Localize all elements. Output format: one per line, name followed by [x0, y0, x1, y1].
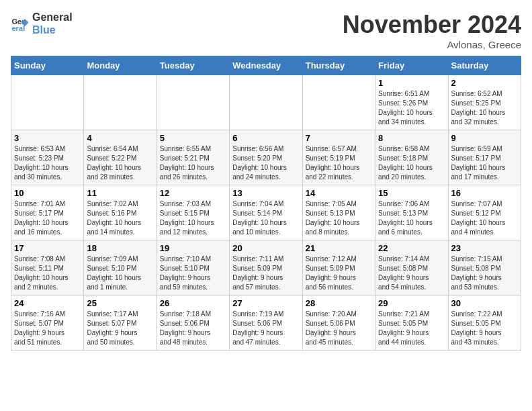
logo-icon: Gen eral [11, 14, 30, 33]
day-cell: 16Sunrise: 7:07 AM Sunset: 5:12 PM Dayli… [448, 185, 521, 240]
day-info: Sunrise: 6:53 AM Sunset: 5:23 PM Dayligh… [14, 144, 81, 182]
day-number: 18 [87, 243, 153, 253]
day-cell: 22Sunrise: 7:14 AM Sunset: 5:08 PM Dayli… [375, 240, 448, 295]
column-header-thursday: Thursday [302, 56, 375, 75]
day-info: Sunrise: 7:22 AM Sunset: 5:05 PM Dayligh… [451, 310, 518, 347]
day-number: 11 [87, 188, 153, 198]
day-cell: 28Sunrise: 7:20 AM Sunset: 5:06 PM Dayli… [302, 295, 375, 351]
day-number: 3 [14, 133, 81, 143]
day-cell: 27Sunrise: 7:19 AM Sunset: 5:06 PM Dayli… [230, 295, 302, 351]
day-number: 6 [232, 133, 299, 143]
day-number: 26 [160, 298, 226, 308]
month-title: November 2024 [343, 11, 521, 39]
day-cell: 19Sunrise: 7:10 AM Sunset: 5:10 PM Dayli… [157, 240, 229, 295]
day-number: 4 [87, 133, 153, 143]
title-area: November 2024 Avlonas, Greece [343, 11, 521, 50]
day-number: 27 [232, 298, 299, 308]
week-row-2: 3Sunrise: 6:53 AM Sunset: 5:23 PM Daylig… [11, 130, 521, 185]
week-row-5: 24Sunrise: 7:16 AM Sunset: 5:07 PM Dayli… [11, 295, 521, 351]
day-number: 12 [160, 188, 226, 198]
day-info: Sunrise: 6:51 AM Sunset: 5:26 PM Dayligh… [378, 89, 445, 127]
day-number: 25 [87, 298, 153, 308]
day-cell: 23Sunrise: 7:15 AM Sunset: 5:08 PM Dayli… [448, 240, 521, 295]
day-number: 22 [378, 243, 445, 253]
day-number: 2 [451, 78, 518, 88]
day-number: 20 [232, 243, 299, 253]
day-cell: 5Sunrise: 6:55 AM Sunset: 5:21 PM Daylig… [157, 130, 229, 185]
day-cell: 21Sunrise: 7:12 AM Sunset: 5:09 PM Dayli… [302, 240, 375, 295]
day-number: 29 [378, 298, 445, 308]
day-number: 16 [451, 188, 518, 198]
day-number: 1 [378, 78, 445, 88]
day-cell: 4Sunrise: 6:54 AM Sunset: 5:22 PM Daylig… [84, 130, 157, 185]
day-number: 15 [378, 188, 445, 198]
day-cell: 10Sunrise: 7:01 AM Sunset: 5:17 PM Dayli… [11, 185, 84, 240]
day-number: 7 [306, 133, 372, 143]
day-info: Sunrise: 7:16 AM Sunset: 5:07 PM Dayligh… [14, 310, 81, 347]
day-info: Sunrise: 7:20 AM Sunset: 5:06 PM Dayligh… [306, 310, 372, 347]
day-number: 14 [306, 188, 372, 198]
day-cell [84, 75, 157, 130]
day-info: Sunrise: 7:09 AM Sunset: 5:10 PM Dayligh… [87, 255, 153, 292]
calendar-table: SundayMondayTuesdayWednesdayThursdayFrid… [11, 56, 521, 351]
day-number: 23 [451, 243, 518, 253]
day-cell [157, 75, 229, 130]
day-info: Sunrise: 7:21 AM Sunset: 5:05 PM Dayligh… [378, 310, 445, 347]
day-cell [302, 75, 375, 130]
svg-text:eral: eral [11, 24, 25, 32]
column-header-wednesday: Wednesday [230, 56, 302, 75]
logo-text-blue: Blue [32, 24, 73, 36]
day-cell: 29Sunrise: 7:21 AM Sunset: 5:05 PM Dayli… [375, 295, 448, 351]
day-cell: 13Sunrise: 7:04 AM Sunset: 5:14 PM Dayli… [230, 185, 302, 240]
day-info: Sunrise: 7:15 AM Sunset: 5:08 PM Dayligh… [451, 255, 518, 292]
day-cell: 11Sunrise: 7:02 AM Sunset: 5:16 PM Dayli… [84, 185, 157, 240]
day-cell [11, 75, 84, 130]
day-info: Sunrise: 7:17 AM Sunset: 5:07 PM Dayligh… [87, 310, 153, 347]
day-cell: 2Sunrise: 6:52 AM Sunset: 5:25 PM Daylig… [448, 75, 521, 130]
day-info: Sunrise: 7:10 AM Sunset: 5:10 PM Dayligh… [160, 255, 226, 292]
day-cell: 20Sunrise: 7:11 AM Sunset: 5:09 PM Dayli… [230, 240, 302, 295]
day-number: 13 [232, 188, 299, 198]
day-number: 9 [451, 133, 518, 143]
day-cell: 25Sunrise: 7:17 AM Sunset: 5:07 PM Dayli… [84, 295, 157, 351]
day-cell: 18Sunrise: 7:09 AM Sunset: 5:10 PM Dayli… [84, 240, 157, 295]
location-subtitle: Avlonas, Greece [343, 39, 521, 50]
day-cell: 9Sunrise: 6:59 AM Sunset: 5:17 PM Daylig… [448, 130, 521, 185]
week-row-4: 17Sunrise: 7:08 AM Sunset: 5:11 PM Dayli… [11, 240, 521, 295]
day-number: 8 [378, 133, 445, 143]
day-info: Sunrise: 7:05 AM Sunset: 5:13 PM Dayligh… [306, 199, 372, 237]
day-cell: 26Sunrise: 7:18 AM Sunset: 5:06 PM Dayli… [157, 295, 229, 351]
logo: Gen eral General Blue [11, 11, 73, 36]
day-cell [230, 75, 302, 130]
day-cell: 15Sunrise: 7:06 AM Sunset: 5:13 PM Dayli… [375, 185, 448, 240]
day-info: Sunrise: 7:03 AM Sunset: 5:15 PM Dayligh… [160, 199, 226, 237]
day-cell: 12Sunrise: 7:03 AM Sunset: 5:15 PM Dayli… [157, 185, 229, 240]
day-number: 5 [160, 133, 226, 143]
calendar-header-row: SundayMondayTuesdayWednesdayThursdayFrid… [11, 56, 521, 75]
day-cell: 30Sunrise: 7:22 AM Sunset: 5:05 PM Dayli… [448, 295, 521, 351]
day-number: 19 [160, 243, 226, 253]
column-header-saturday: Saturday [448, 56, 521, 75]
day-info: Sunrise: 6:57 AM Sunset: 5:19 PM Dayligh… [306, 144, 372, 182]
day-info: Sunrise: 7:08 AM Sunset: 5:11 PM Dayligh… [14, 255, 81, 292]
day-number: 21 [306, 243, 372, 253]
day-info: Sunrise: 7:11 AM Sunset: 5:09 PM Dayligh… [232, 255, 299, 292]
day-info: Sunrise: 6:59 AM Sunset: 5:17 PM Dayligh… [451, 144, 518, 182]
column-header-friday: Friday [375, 56, 448, 75]
day-info: Sunrise: 6:54 AM Sunset: 5:22 PM Dayligh… [87, 144, 153, 182]
day-number: 10 [14, 188, 81, 198]
day-cell: 3Sunrise: 6:53 AM Sunset: 5:23 PM Daylig… [11, 130, 84, 185]
day-info: Sunrise: 7:19 AM Sunset: 5:06 PM Dayligh… [232, 310, 299, 347]
header: Gen eral General Blue November 2024 Avlo… [11, 11, 521, 50]
day-number: 17 [14, 243, 81, 253]
day-info: Sunrise: 7:06 AM Sunset: 5:13 PM Dayligh… [378, 199, 445, 237]
day-info: Sunrise: 7:01 AM Sunset: 5:17 PM Dayligh… [14, 199, 81, 237]
day-cell: 1Sunrise: 6:51 AM Sunset: 5:26 PM Daylig… [375, 75, 448, 130]
logo-text-general: General [32, 11, 73, 24]
day-info: Sunrise: 7:12 AM Sunset: 5:09 PM Dayligh… [306, 255, 372, 292]
day-info: Sunrise: 6:58 AM Sunset: 5:18 PM Dayligh… [378, 144, 445, 182]
day-info: Sunrise: 6:56 AM Sunset: 5:20 PM Dayligh… [232, 144, 299, 182]
day-info: Sunrise: 6:55 AM Sunset: 5:21 PM Dayligh… [160, 144, 226, 182]
column-header-monday: Monday [84, 56, 157, 75]
day-info: Sunrise: 7:04 AM Sunset: 5:14 PM Dayligh… [232, 199, 299, 237]
